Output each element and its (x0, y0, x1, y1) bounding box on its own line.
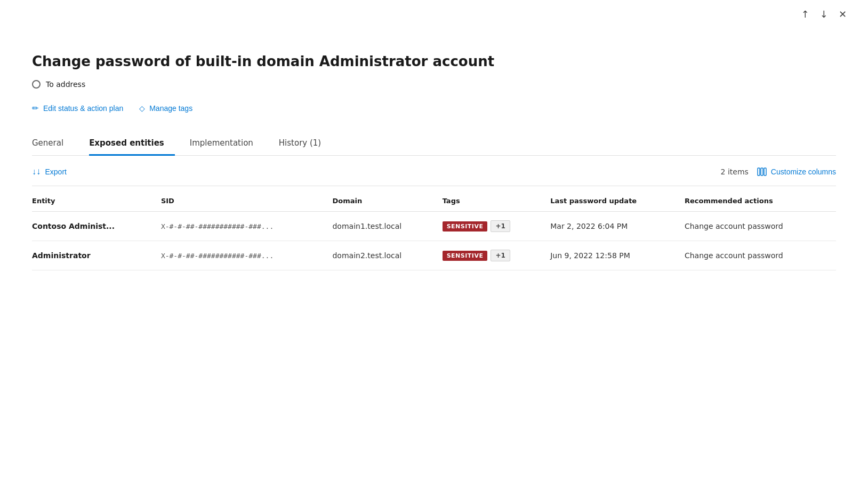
action-bar: Edit status & action plan Manage tags (32, 103, 836, 113)
col-sid: SID (161, 190, 333, 212)
items-count: 2 items (721, 167, 749, 176)
export-button[interactable]: ↓ Export (32, 166, 67, 177)
tags-2: SENSITIVE +1 (443, 241, 551, 270)
customize-columns-label: Customize columns (771, 167, 836, 176)
navigate-down-button[interactable]: ↓ (820, 10, 828, 19)
domain-2: domain2.test.local (332, 241, 442, 270)
sid-2: X-#-#-##-###########-###... (161, 241, 333, 270)
top-nav: ↑ ↓ ✕ (801, 10, 847, 19)
radio-circle-icon (32, 80, 41, 89)
columns-icon (757, 167, 767, 177)
svg-rect-0 (758, 168, 760, 175)
svg-rect-2 (764, 168, 766, 175)
close-button[interactable]: ✕ (839, 10, 847, 19)
col-recommended-actions: Recommended actions (685, 190, 836, 212)
tab-general[interactable]: General (32, 133, 74, 156)
edit-status-button[interactable]: Edit status & action plan (32, 103, 123, 113)
entity-name-1: Contoso Administ... (32, 212, 161, 241)
domain-1: domain1.test.local (332, 212, 442, 241)
tag-icon (139, 103, 145, 113)
sensitive-tag-2: SENSITIVE (443, 251, 488, 261)
download-icon: ↓ (32, 166, 41, 177)
col-last-password-update: Last password update (550, 190, 685, 212)
tab-history[interactable]: History (1) (279, 133, 332, 156)
table-header-row: Entity SID Domain Tags Last password upd… (32, 190, 836, 212)
tab-exposed-entities[interactable]: Exposed entities (89, 133, 175, 156)
page-title: Change password of built-in domain Admin… (32, 53, 836, 69)
sid-1: X-#-#-##-###########-###... (161, 212, 333, 241)
tag-plus-1: +1 (491, 220, 510, 232)
to-address-row: To address (32, 80, 836, 89)
table-row: Contoso Administ... X-#-#-##-###########… (32, 212, 836, 241)
tags-1: SENSITIVE +1 (443, 212, 551, 241)
toolbar-right: 2 items Customize columns (721, 167, 836, 177)
pencil-icon (32, 103, 39, 113)
sensitive-tag-1: SENSITIVE (443, 221, 488, 231)
entity-name-2: Administrator (32, 241, 161, 270)
tab-bar: General Exposed entities Implementation … (32, 132, 836, 156)
svg-rect-1 (761, 168, 763, 175)
col-domain: Domain (332, 190, 442, 212)
table-row: Administrator X-#-#-##-###########-###..… (32, 241, 836, 270)
to-address-label: To address (46, 80, 85, 89)
entities-table: Entity SID Domain Tags Last password upd… (32, 190, 836, 270)
tag-plus-2: +1 (491, 250, 510, 261)
manage-tags-label: Manage tags (149, 104, 192, 113)
col-tags: Tags (443, 190, 551, 212)
tab-implementation[interactable]: Implementation (190, 133, 264, 156)
customize-columns-button[interactable]: Customize columns (757, 167, 836, 177)
main-panel: ↑ ↓ ✕ Change password of built-in domain… (0, 0, 868, 503)
last-password-2: Jun 9, 2022 12:58 PM (550, 241, 685, 270)
table-toolbar: ↓ Export 2 items Customize columns (32, 156, 836, 186)
col-entity: Entity (32, 190, 161, 212)
edit-status-label: Edit status & action plan (43, 104, 123, 113)
recommended-actions-2: Change account password (685, 241, 836, 270)
last-password-1: Mar 2, 2022 6:04 PM (550, 212, 685, 241)
recommended-actions-1: Change account password (685, 212, 836, 241)
navigate-up-button[interactable]: ↑ (801, 10, 809, 19)
export-label: Export (45, 167, 67, 176)
manage-tags-button[interactable]: Manage tags (139, 103, 192, 113)
